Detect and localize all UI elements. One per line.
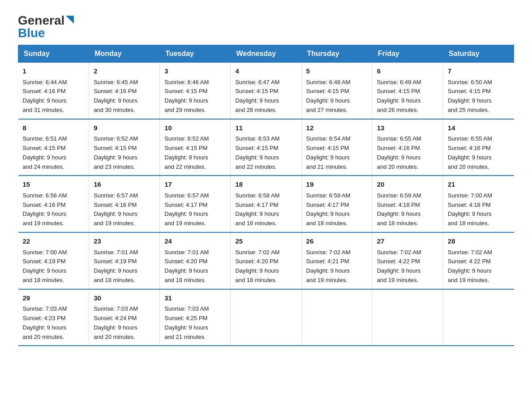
day-cell-4: 4 Sunrise: 6:47 AM Sunset: 4:15 PM Dayli… <box>231 63 301 119</box>
day-number: 15 <box>23 180 85 190</box>
day-cell-27: 27 Sunrise: 7:02 AM Sunset: 4:22 PM Dayl… <box>372 232 443 289</box>
day-info: Sunrise: 6:49 AM Sunset: 4:15 PM Dayligh… <box>377 79 421 113</box>
day-cell-10: 10 Sunrise: 6:52 AM Sunset: 4:15 PM Dayl… <box>160 119 231 176</box>
day-cell-26: 26 Sunrise: 7:02 AM Sunset: 4:21 PM Dayl… <box>301 232 372 289</box>
col-header-thursday: Thursday <box>301 45 372 63</box>
day-number: 17 <box>164 180 226 190</box>
day-number: 9 <box>94 123 155 133</box>
col-header-friday: Friday <box>372 45 443 63</box>
day-number: 26 <box>306 236 368 247</box>
day-cell-28: 28 Sunrise: 7:02 AM Sunset: 4:22 PM Dayl… <box>443 232 514 289</box>
day-number: 11 <box>235 123 296 133</box>
day-number: 13 <box>377 123 438 133</box>
col-header-tuesday: Tuesday <box>160 45 231 63</box>
day-number: 18 <box>235 180 296 190</box>
day-cell-15: 15 Sunrise: 6:56 AM Sunset: 4:16 PM Dayl… <box>18 176 89 232</box>
day-info: Sunrise: 7:00 AM Sunset: 4:19 PM Dayligh… <box>23 249 67 283</box>
day-cell-19: 19 Sunrise: 6:59 AM Sunset: 4:17 PM Dayl… <box>301 176 372 232</box>
day-cell-6: 6 Sunrise: 6:49 AM Sunset: 4:15 PM Dayli… <box>372 63 443 119</box>
day-number: 20 <box>377 180 438 190</box>
day-number: 28 <box>448 236 510 247</box>
day-info: Sunrise: 7:02 AM Sunset: 4:22 PM Dayligh… <box>377 249 421 283</box>
day-info: Sunrise: 7:01 AM Sunset: 4:20 PM Dayligh… <box>164 249 209 283</box>
day-cell-22: 22 Sunrise: 7:00 AM Sunset: 4:19 PM Dayl… <box>18 232 89 289</box>
day-cell-21: 21 Sunrise: 7:00 AM Sunset: 4:18 PM Dayl… <box>443 176 514 232</box>
logo: General Blue <box>18 13 74 40</box>
day-cell-17: 17 Sunrise: 6:57 AM Sunset: 4:17 PM Dayl… <box>160 176 231 232</box>
day-info: Sunrise: 6:51 AM Sunset: 4:15 PM Dayligh… <box>23 135 67 170</box>
day-info: Sunrise: 6:55 AM Sunset: 4:16 PM Dayligh… <box>377 135 421 170</box>
day-info: Sunrise: 7:03 AM Sunset: 4:24 PM Dayligh… <box>94 305 138 340</box>
day-info: Sunrise: 6:59 AM Sunset: 4:18 PM Dayligh… <box>377 192 421 227</box>
day-number: 10 <box>164 123 226 133</box>
day-info: Sunrise: 6:50 AM Sunset: 4:15 PM Dayligh… <box>448 79 492 113</box>
day-info: Sunrise: 7:02 AM Sunset: 4:22 PM Dayligh… <box>448 249 492 283</box>
day-info: Sunrise: 6:57 AM Sunset: 4:17 PM Dayligh… <box>164 192 209 227</box>
day-number: 30 <box>94 293 155 304</box>
week-row-2: 8 Sunrise: 6:51 AM Sunset: 4:15 PM Dayli… <box>18 119 514 176</box>
day-cell-1: 1 Sunrise: 6:44 AM Sunset: 4:16 PM Dayli… <box>18 63 89 119</box>
col-header-wednesday: Wednesday <box>231 45 301 63</box>
day-number: 31 <box>164 293 226 304</box>
day-cell-30: 30 Sunrise: 7:03 AM Sunset: 4:24 PM Dayl… <box>89 289 160 346</box>
col-header-saturday: Saturday <box>443 45 514 63</box>
day-cell-2: 2 Sunrise: 6:45 AM Sunset: 4:16 PM Dayli… <box>89 63 160 119</box>
day-cell-23: 23 Sunrise: 7:01 AM Sunset: 4:19 PM Dayl… <box>89 232 160 289</box>
day-info: Sunrise: 7:01 AM Sunset: 4:19 PM Dayligh… <box>94 249 138 283</box>
day-number: 29 <box>23 293 85 304</box>
day-number: 19 <box>306 180 368 190</box>
day-info: Sunrise: 7:00 AM Sunset: 4:18 PM Dayligh… <box>448 192 492 227</box>
calendar-header-row: SundayMondayTuesdayWednesdayThursdayFrid… <box>18 45 514 63</box>
day-number: 5 <box>306 66 368 77</box>
day-number: 14 <box>448 123 510 133</box>
week-row-1: 1 Sunrise: 6:44 AM Sunset: 4:16 PM Dayli… <box>18 63 514 119</box>
day-cell-14: 14 Sunrise: 6:55 AM Sunset: 4:16 PM Dayl… <box>443 119 514 176</box>
calendar: SundayMondayTuesdayWednesdayThursdayFrid… <box>18 45 514 346</box>
day-cell-13: 13 Sunrise: 6:55 AM Sunset: 4:16 PM Dayl… <box>372 119 443 176</box>
day-number: 23 <box>94 236 155 247</box>
empty-cell <box>443 289 514 346</box>
empty-cell <box>231 289 301 346</box>
day-cell-18: 18 Sunrise: 6:58 AM Sunset: 4:17 PM Dayl… <box>231 176 301 232</box>
day-info: Sunrise: 6:47 AM Sunset: 4:15 PM Dayligh… <box>235 79 279 113</box>
day-number: 25 <box>235 236 296 247</box>
day-number: 21 <box>448 180 510 190</box>
day-info: Sunrise: 6:57 AM Sunset: 4:16 PM Dayligh… <box>94 192 138 227</box>
day-info: Sunrise: 6:55 AM Sunset: 4:16 PM Dayligh… <box>448 135 492 170</box>
week-row-3: 15 Sunrise: 6:56 AM Sunset: 4:16 PM Dayl… <box>18 176 514 232</box>
day-cell-11: 11 Sunrise: 6:53 AM Sunset: 4:15 PM Dayl… <box>231 119 301 176</box>
day-cell-20: 20 Sunrise: 6:59 AM Sunset: 4:18 PM Dayl… <box>372 176 443 232</box>
day-info: Sunrise: 6:54 AM Sunset: 4:15 PM Dayligh… <box>306 135 351 170</box>
logo-arrow <box>66 16 74 26</box>
day-number: 6 <box>377 66 438 77</box>
svg-marker-0 <box>66 16 74 24</box>
day-number: 24 <box>164 236 226 247</box>
day-number: 7 <box>448 66 510 77</box>
day-info: Sunrise: 6:58 AM Sunset: 4:17 PM Dayligh… <box>235 192 279 227</box>
day-cell-3: 3 Sunrise: 6:46 AM Sunset: 4:15 PM Dayli… <box>160 63 231 119</box>
week-row-4: 22 Sunrise: 7:00 AM Sunset: 4:19 PM Dayl… <box>18 232 514 289</box>
day-cell-25: 25 Sunrise: 7:02 AM Sunset: 4:20 PM Dayl… <box>231 232 301 289</box>
day-info: Sunrise: 6:53 AM Sunset: 4:15 PM Dayligh… <box>235 135 279 170</box>
day-number: 8 <box>23 123 85 133</box>
day-cell-9: 9 Sunrise: 6:52 AM Sunset: 4:15 PM Dayli… <box>89 119 160 176</box>
day-info: Sunrise: 6:59 AM Sunset: 4:17 PM Dayligh… <box>306 192 351 227</box>
day-number: 4 <box>235 66 296 77</box>
day-info: Sunrise: 7:03 AM Sunset: 4:25 PM Dayligh… <box>164 305 209 340</box>
day-cell-31: 31 Sunrise: 7:03 AM Sunset: 4:25 PM Dayl… <box>160 289 231 346</box>
day-info: Sunrise: 6:46 AM Sunset: 4:15 PM Dayligh… <box>164 79 209 113</box>
day-info: Sunrise: 7:02 AM Sunset: 4:20 PM Dayligh… <box>235 249 279 283</box>
day-cell-8: 8 Sunrise: 6:51 AM Sunset: 4:15 PM Dayli… <box>18 119 89 176</box>
logo-blue: Blue <box>18 26 45 40</box>
day-number: 2 <box>94 66 155 77</box>
day-number: 27 <box>377 236 438 247</box>
day-number: 12 <box>306 123 368 133</box>
day-number: 16 <box>94 180 155 190</box>
day-cell-24: 24 Sunrise: 7:01 AM Sunset: 4:20 PM Dayl… <box>160 232 231 289</box>
col-header-monday: Monday <box>89 45 160 63</box>
day-info: Sunrise: 6:52 AM Sunset: 4:15 PM Dayligh… <box>94 135 138 170</box>
day-info: Sunrise: 6:56 AM Sunset: 4:16 PM Dayligh… <box>23 192 67 227</box>
day-info: Sunrise: 7:03 AM Sunset: 4:23 PM Dayligh… <box>23 305 67 340</box>
day-number: 1 <box>23 66 85 77</box>
page-header: General Blue <box>18 13 514 40</box>
